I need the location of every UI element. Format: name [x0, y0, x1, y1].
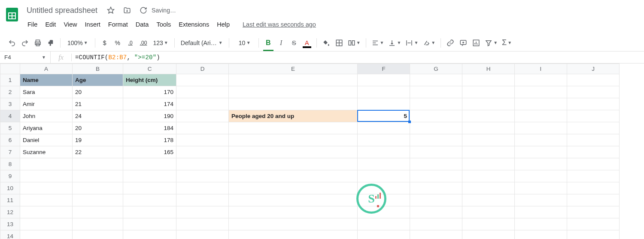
increase-decimal-button[interactable]: .00: [137, 37, 150, 49]
menu-format[interactable]: Format: [105, 19, 131, 30]
cell-C4[interactable]: 190: [123, 110, 176, 122]
cell-I2[interactable]: [515, 86, 567, 98]
cell-H6[interactable]: [462, 134, 515, 146]
cell-F9[interactable]: [358, 170, 410, 182]
cell-I4[interactable]: [515, 110, 567, 122]
row-header-11[interactable]: 11: [0, 194, 20, 206]
cell-J5[interactable]: [567, 122, 620, 134]
cell-B7[interactable]: 22: [73, 146, 123, 158]
font-size-dropdown[interactable]: 10▼: [233, 39, 255, 46]
cell-A5[interactable]: Ariyana: [20, 122, 73, 134]
cell-C8[interactable]: [123, 158, 176, 170]
cell-J11[interactable]: [567, 194, 620, 206]
column-header-I[interactable]: I: [515, 64, 567, 74]
cell-E1[interactable]: [229, 74, 358, 86]
zoom-dropdown[interactable]: 100%▼: [64, 39, 91, 46]
cell-F13[interactable]: [358, 218, 410, 230]
format-currency-button[interactable]: $: [99, 37, 111, 49]
cell-H8[interactable]: [462, 158, 515, 170]
cell-I14[interactable]: [515, 230, 567, 239]
cell-I8[interactable]: [515, 158, 567, 170]
column-header-F[interactable]: F: [358, 64, 410, 74]
select-all-corner[interactable]: [0, 64, 20, 74]
cell-J2[interactable]: [567, 86, 620, 98]
text-rotation-button[interactable]: ▼: [421, 37, 437, 49]
cell-G2[interactable]: [410, 86, 462, 98]
cell-E3[interactable]: [229, 98, 358, 110]
italic-button[interactable]: I: [275, 37, 287, 49]
text-wrap-button[interactable]: ▼: [404, 37, 420, 49]
print-button[interactable]: [32, 37, 44, 49]
cell-D12[interactable]: [176, 206, 229, 218]
cell-J8[interactable]: [567, 158, 620, 170]
cell-H14[interactable]: [462, 230, 515, 239]
strikethrough-button[interactable]: S: [288, 37, 300, 49]
cell-B3[interactable]: 21: [73, 98, 123, 110]
cell-G14[interactable]: [410, 230, 462, 239]
cell-I7[interactable]: [515, 146, 567, 158]
vertical-align-button[interactable]: ▼: [386, 37, 403, 49]
text-color-button[interactable]: A: [301, 37, 313, 49]
cell-I13[interactable]: [515, 218, 567, 230]
insert-link-button[interactable]: [444, 37, 456, 49]
cell-D11[interactable]: [176, 194, 229, 206]
insert-comment-button[interactable]: [457, 37, 469, 49]
cell-G12[interactable]: [410, 206, 462, 218]
cell-E6[interactable]: [229, 134, 358, 146]
cell-E14[interactable]: [229, 230, 358, 239]
column-header-B[interactable]: B: [73, 64, 123, 74]
cell-D13[interactable]: [176, 218, 229, 230]
cell-D6[interactable]: [176, 134, 229, 146]
cell-G6[interactable]: [410, 134, 462, 146]
menu-view[interactable]: View: [60, 19, 80, 30]
cell-C3[interactable]: 174: [123, 98, 176, 110]
cell-I3[interactable]: [515, 98, 567, 110]
column-header-H[interactable]: H: [462, 64, 515, 74]
column-header-G[interactable]: G: [410, 64, 462, 74]
cell-E2[interactable]: [229, 86, 358, 98]
cell-E7[interactable]: [229, 146, 358, 158]
cell-C14[interactable]: [123, 230, 176, 239]
cell-I11[interactable]: [515, 194, 567, 206]
cell-G13[interactable]: [410, 218, 462, 230]
cell-I6[interactable]: [515, 134, 567, 146]
row-header-1[interactable]: 1: [0, 74, 20, 86]
cell-E13[interactable]: [229, 218, 358, 230]
cell-J9[interactable]: [567, 170, 620, 182]
cell-F6[interactable]: [358, 134, 410, 146]
cell-D14[interactable]: [176, 230, 229, 239]
cell-A9[interactable]: [20, 170, 73, 182]
move-icon[interactable]: [122, 5, 133, 16]
column-header-D[interactable]: D: [176, 64, 229, 74]
cell-A13[interactable]: [20, 218, 73, 230]
cell-G1[interactable]: [410, 74, 462, 86]
star-icon[interactable]: [105, 5, 116, 16]
cell-H10[interactable]: [462, 182, 515, 194]
cell-C10[interactable]: [123, 182, 176, 194]
cell-B1[interactable]: Age: [73, 74, 123, 86]
cell-G5[interactable]: [410, 122, 462, 134]
cell-J4[interactable]: [567, 110, 620, 122]
cell-C2[interactable]: 170: [123, 86, 176, 98]
cell-B10[interactable]: [73, 182, 123, 194]
menu-edit[interactable]: Edit: [42, 19, 59, 30]
cell-F4[interactable]: 5: [358, 110, 410, 122]
cell-H5[interactable]: [462, 122, 515, 134]
row-header-10[interactable]: 10: [0, 182, 20, 194]
column-header-C[interactable]: C: [123, 64, 176, 74]
cell-D1[interactable]: [176, 74, 229, 86]
cell-D5[interactable]: [176, 122, 229, 134]
cell-E4[interactable]: People aged 20 and up: [229, 110, 358, 122]
cell-I12[interactable]: [515, 206, 567, 218]
cell-C13[interactable]: [123, 218, 176, 230]
menu-extensions[interactable]: Extensions: [175, 19, 213, 30]
cell-A7[interactable]: Suzanne: [20, 146, 73, 158]
row-header-3[interactable]: 3: [0, 98, 20, 110]
cell-E10[interactable]: [229, 182, 358, 194]
cell-E5[interactable]: [229, 122, 358, 134]
cell-C1[interactable]: Height (cm): [123, 74, 176, 86]
cell-A11[interactable]: [20, 194, 73, 206]
column-header-E[interactable]: E: [229, 64, 358, 74]
column-header-A[interactable]: A: [20, 64, 73, 74]
cell-A1[interactable]: Name: [20, 74, 73, 86]
